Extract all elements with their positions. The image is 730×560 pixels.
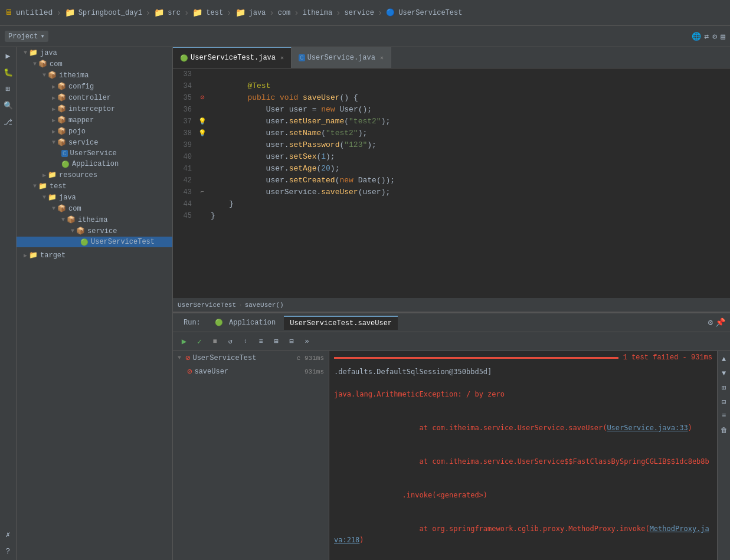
breadcrumb: UserServiceTest › saveUser() — [173, 298, 730, 312]
tab-userservicetest-close[interactable]: ✕ — [280, 54, 284, 61]
userservicetest-icon: 🟢 — [80, 238, 89, 246]
tree-item-com-test[interactable]: 📦 com — [17, 203, 172, 214]
bottom-tab-saveuser-label: UserServiceTest.saveUser — [290, 319, 392, 328]
bc-class: UserServiceTest — [178, 302, 236, 309]
run-sort-button[interactable]: ↕ — [239, 335, 252, 348]
tree-item-pojo[interactable]: 📦 pojo — [17, 126, 172, 137]
bc-sep: › — [238, 302, 243, 309]
arrow-com-test — [52, 205, 55, 212]
tree-label-application: Application — [72, 160, 119, 168]
tab-userservicetest[interactable]: 🟢 UserServiceTest.java ✕ — [173, 47, 292, 68]
tree-item-mapper[interactable]: 📦 mapper — [17, 114, 172, 126]
tree-item-userservice[interactable]: C UserService — [17, 148, 172, 159]
output-panel[interactable]: .defaults.DefaultSqlSession@350bbd5d] ja… — [329, 364, 717, 560]
out-line-blank2 — [334, 400, 712, 411]
left-icon-terminal[interactable]: ✗ — [2, 528, 15, 541]
run-stop-button[interactable]: ■ — [208, 335, 221, 348]
bottom-tab-saveuser[interactable]: UserServiceTest.saveUser — [284, 316, 398, 330]
tree-item-application[interactable]: 🟢 Application — [17, 159, 172, 169]
tree-label-userservice: UserService — [70, 149, 117, 158]
arrow-itheima-test — [61, 217, 65, 223]
right-delete-icon[interactable]: 🗑 — [718, 424, 730, 436]
run-collapse-button[interactable]: ⊟ — [285, 335, 298, 348]
link-userservice[interactable]: UserService.java:33 — [607, 424, 688, 432]
line-content-45: } — [208, 210, 730, 222]
right-icons: ▲ ▼ ⊞ ⊟ ≡ 🗑 — [717, 351, 730, 560]
editor-area: 🟢 UserServiceTest.java ✕ C UserService.j… — [173, 47, 730, 560]
tree-item-resources[interactable]: 📁 resources — [17, 169, 172, 181]
run-sort-icon: ↕ — [244, 338, 247, 345]
tree-item-service-main[interactable]: 📦 service — [17, 137, 172, 148]
tree-item-test[interactable]: 📁 test — [17, 181, 172, 192]
run-button[interactable]: ▶ — [178, 335, 191, 348]
sep4: › — [227, 8, 231, 18]
run-expand-button[interactable]: ⊞ — [270, 335, 283, 348]
bottom-panel: Run: 🟢 Application UserServiceTest.saveU… — [173, 312, 730, 560]
right-layout1-icon[interactable]: ⊞ — [718, 382, 730, 394]
tree-item-java-test[interactable]: 📁 java — [17, 192, 172, 203]
left-icon-search[interactable]: 🔍 — [2, 99, 15, 112]
code-line-40: 40 user.setSex(1); — [173, 151, 730, 163]
out-line-at2: at com.itheima.service.UserService$$Fast… — [334, 445, 712, 479]
test-fail-icon-saveuser: ⊘ — [187, 366, 192, 376]
toolbar-layout-icon[interactable]: ▤ — [721, 32, 725, 41]
tree-item-itheima-test[interactable]: 📦 itheima — [17, 214, 172, 225]
tree-label-test: test — [50, 182, 67, 191]
right-layout2-icon[interactable]: ⊟ — [718, 396, 730, 408]
left-icon-git[interactable]: ⎇ — [2, 116, 15, 129]
tree-item-com[interactable]: 📦 com — [17, 58, 172, 70]
tree-item-controller[interactable]: 📦 controller — [17, 92, 172, 103]
code-line-34: 34 @Test — [173, 80, 730, 92]
bottom-pin-icon[interactable]: 📌 — [715, 317, 725, 328]
bottom-settings-icon[interactable]: ⚙ — [708, 317, 713, 328]
run-play-icon: ▶ — [182, 336, 186, 346]
toolbar-settings-icon[interactable]: ⚙ — [712, 32, 717, 41]
com-test-folder-icon: 📦 — [57, 204, 66, 213]
right-down-icon[interactable]: ▼ — [718, 368, 730, 379]
toolbar-sync-icon[interactable]: ⇄ — [705, 32, 709, 41]
tab-userservice-close[interactable]: ✕ — [380, 54, 384, 61]
left-icon-debug[interactable]: 🐛 — [2, 66, 15, 79]
tree-item-target[interactable]: 📁 target — [17, 250, 172, 261]
run-list-button[interactable]: ≡ — [254, 335, 267, 348]
run-more-button[interactable]: » — [300, 335, 313, 348]
tree-label-java: java — [40, 49, 57, 57]
test-item-saveuser[interactable]: ⊘ saveUser 931ms — [173, 365, 329, 378]
test-time-saveuser: 931ms — [305, 368, 324, 375]
toolbar-globe-icon[interactable]: 🌐 — [692, 32, 701, 41]
exception-line: java.lang.ArithmeticException: / by zero — [334, 389, 712, 400]
run-rerun-icon: ↺ — [228, 337, 232, 346]
test-item-userservicetest[interactable]: ⊘ UserServiceTest c 931ms — [173, 351, 329, 365]
arrow-interceptor — [52, 106, 55, 113]
tab-userservice[interactable]: C UserService.java ✕ — [292, 47, 391, 68]
folder-icon-test: 📁 — [192, 8, 202, 18]
tree-item-java[interactable]: 📁 java — [17, 47, 172, 58]
tree-item-userservicetest[interactable]: 🟢 UserServiceTest — [17, 237, 172, 247]
project-dropdown[interactable]: Project ▾ — [5, 31, 48, 42]
line-num-39: 39 — [173, 139, 197, 151]
sep2: › — [146, 8, 150, 18]
tree-item-config[interactable]: 📦 config — [17, 81, 172, 92]
tree-item-service-test[interactable]: 📦 service — [17, 225, 172, 237]
run-check-button[interactable]: ✓ — [193, 335, 206, 348]
tree-item-interceptor[interactable]: 📦 interceptor — [17, 103, 172, 114]
code-editor[interactable]: 33 34 @Test 35 ⊘ publi — [173, 68, 730, 298]
link-methodproxy[interactable]: MethodProxy.java:218 — [334, 525, 709, 544]
arrow-target — [24, 252, 27, 259]
interceptor-folder-icon: 📦 — [57, 104, 66, 113]
right-up-icon[interactable]: ▲ — [718, 353, 730, 365]
bottom-tab-application[interactable]: 🟢 Application — [209, 316, 281, 329]
left-icon-help[interactable]: ? — [2, 545, 15, 558]
left-icon-structure[interactable]: ⊞ — [2, 83, 15, 96]
line-content-35: public void saveUser() { — [208, 92, 730, 104]
failed-bar: 1 test failed - 931ms — [329, 351, 717, 364]
tab-userservice-label: UserService.java — [307, 54, 375, 62]
left-icon-run[interactable]: ▶ — [2, 50, 15, 63]
run-rerun-button[interactable]: ↺ — [224, 335, 237, 348]
line-num-44: 44 — [173, 198, 197, 210]
tree-item-itheima[interactable]: 📦 itheima — [17, 70, 172, 81]
bulb-icon-38: 💡 — [198, 127, 207, 139]
tree-label-itheima: itheima — [59, 71, 89, 80]
right-list-icon[interactable]: ≡ — [718, 410, 730, 422]
tree-label-com: com — [50, 60, 63, 68]
